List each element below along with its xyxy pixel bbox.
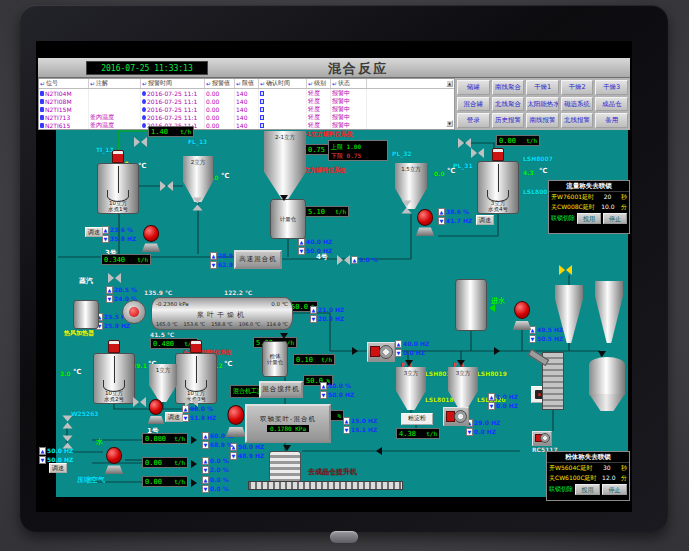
indicator-line: ▼0.0 HZ [488,401,518,410]
storage-silo: 2-1立方 [264,131,306,199]
text-label: ℃ [224,360,232,368]
cylinder-vessel [73,300,99,329]
arrow-down-icon: ▼ [438,217,445,225]
blower-fan[interactable] [122,300,146,324]
valve[interactable] [63,416,73,429]
pump-head-icon [106,447,122,464]
digital-display: 1.40t/h [148,126,194,137]
apply-button[interactable]: 投用 [577,213,601,224]
stop-button[interactable]: 停止 [603,213,627,224]
bucket-elevator [542,352,564,410]
valve[interactable] [133,397,146,407]
panel-row: 开W5604C延时30秒 [547,463,629,473]
panel-row-value: 10.0 [601,202,614,212]
limit-panel: 上限 1.00下限 0.75 [328,140,388,161]
valve[interactable] [134,137,147,147]
arrow-up-icon: ▲ [310,306,317,314]
gauge-indicator: ▲50.0 HZ▼48.9 HZ [230,442,264,460]
valve[interactable] [458,138,471,148]
flow-arrow [376,447,382,455]
indicator-line: ▼35.8 HZ [102,234,136,243]
panel-row: 关CW008C延时10.0分 [549,202,629,212]
indicator-line: ▼41.7 HZ [438,216,472,225]
mixer-label: 双轴桨叶-混合机 [260,415,316,424]
valve[interactable] [63,436,73,449]
valve[interactable] [471,148,484,158]
valve[interactable] [402,201,412,214]
valve[interactable] [160,181,173,191]
interlock-cut-label: 联锁切除 [551,214,575,223]
fan-wheel-icon [454,410,467,423]
dryer-temp-value: 158.8 ℃ [211,321,233,327]
digital-display: 0.00t/h [496,135,540,146]
text-label: ℃ [138,162,146,170]
valve[interactable] [193,198,203,211]
speed-button[interactable]: 调速 [476,215,494,225]
indicator-value: 15.1 HZ [351,426,377,433]
gauge-indicator: ▲1.0 HZ▼0.0 HZ [488,392,518,410]
motor-fan[interactable] [367,342,395,362]
indicator-line: ▲23.6 % [102,225,136,234]
panel-footer: 联锁切除投用停止 [549,212,629,225]
pump[interactable] [146,399,166,424]
flow-arrow [191,460,197,468]
gauge-indicator: ▲38.6 %▼41.7 HZ [438,207,472,225]
conveyor [248,481,403,490]
display-value: 0.480 [153,340,174,348]
cylinder-vessel: 粉体 计量仓 [262,341,288,377]
display-value: 50.0 [291,303,308,311]
label-box: 粗淀粉 [401,413,433,425]
valve[interactable] [337,255,350,265]
indicator-value: 29.0 HZ [474,419,500,426]
indicator-line: ▼2.0 % [202,465,229,474]
text-label: 蒸汽 [79,276,93,286]
indicator-line: ▲38.6 % [438,207,472,216]
digital-display: 0.00t/h [142,476,188,487]
pump-base [416,227,435,236]
indicator-line: ▲40.0 HZ [395,339,429,348]
panel-row-label: 开W5604C延时 [549,463,592,473]
flow-arrow [191,479,197,487]
speed-button[interactable]: 调速 [85,227,103,237]
flow-arrow [405,360,413,366]
text-label: 去成品仓提升机 [308,467,357,477]
valve[interactable] [559,265,572,275]
display-value: 0.00 [145,459,162,467]
interlock-panel: 流量称失去联锁开W76001延时20秒关CW008C延时10.0分联锁切除投用停… [548,180,630,234]
pump[interactable] [140,225,162,252]
indicator-value: 50.0 % [328,382,351,389]
tank-label: 10立方 水煮1号 [98,200,138,212]
motor-fan[interactable] [532,431,552,446]
vessel-label: 1.5立方 [395,166,427,173]
vessel-label: 1立方 [149,367,177,374]
valve[interactable] [108,273,121,283]
fan-wheel-icon [540,433,550,443]
hopper-vessel: 3立方 [396,367,426,410]
stop-button[interactable]: 停止 [602,484,627,495]
pump[interactable] [103,447,125,474]
display-value: 0.340 [104,256,125,264]
pump[interactable] [414,209,436,236]
arrow-down-icon: ▼ [202,466,209,474]
pump[interactable] [511,301,533,330]
indicator-value: 2.0 % [210,466,229,473]
apply-button[interactable]: 投用 [575,484,600,495]
panel-row: 关CW6100C延时12.0分 [547,473,629,483]
text-label: W25263 [71,410,99,417]
panel-row-unit: 秒 [621,463,627,473]
speed-button[interactable]: 调速 [165,412,183,422]
pump-base [226,427,246,437]
text-label: LSH8019 [477,370,507,377]
indicator-value: 50.0 HZ [328,391,354,398]
display-unit: t/h [335,208,346,215]
dryer-title: 浆叶干燥机 [152,310,292,320]
text-label: 2-1立方罐料位系统 [300,130,353,139]
valve[interactable] [185,397,198,407]
indicator-line: ▼0.0 HZ [466,427,500,436]
panel-row-label: 开W76001延时 [551,192,594,202]
speed-button[interactable]: 调速 [49,463,67,473]
indicator-value: 68.9 % [210,441,233,448]
motor-fan[interactable] [443,407,469,426]
indicator-value: 50.5 HZ [537,335,563,342]
display-unit: t/h [174,478,185,485]
